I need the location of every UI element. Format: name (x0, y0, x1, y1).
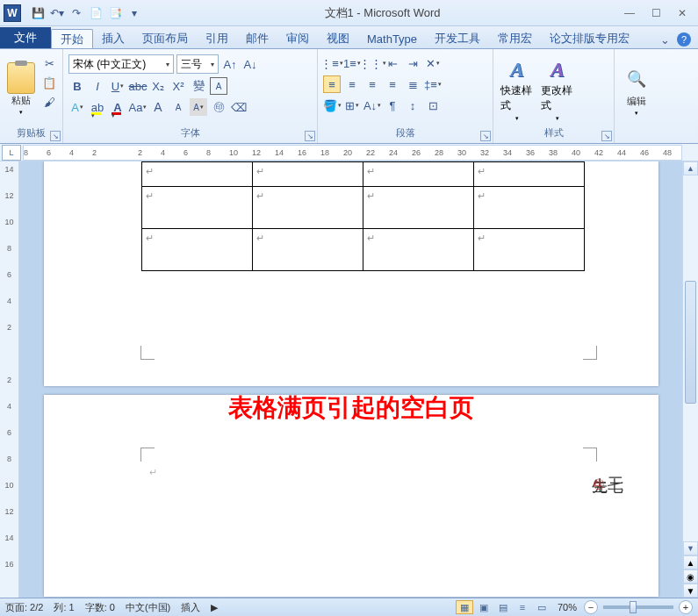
line-spacing-icon[interactable]: ‡≡ (424, 75, 442, 93)
enclose-char-icon[interactable]: ㊞ (210, 98, 227, 116)
underline-button[interactable]: U (109, 77, 126, 95)
font-size-select[interactable]: 三号▾ (176, 54, 219, 74)
file-tab[interactable]: 文件 (0, 27, 51, 48)
qat-extra-icon[interactable]: 📄 (88, 5, 104, 21)
shrink-font-icon[interactable]: A↓ (241, 55, 259, 73)
undo-icon[interactable]: ↶▾ (49, 5, 65, 21)
minimize-ribbon-icon[interactable]: ⌄ (656, 31, 673, 48)
shrink-font2-icon[interactable]: A (169, 98, 187, 116)
status-words[interactable]: 字数: 0 (85, 601, 115, 614)
cut-icon[interactable]: ✂ (40, 54, 58, 72)
strikethrough-button[interactable]: abc (129, 77, 147, 95)
prev-page-icon[interactable]: ▲ (683, 555, 698, 569)
sort-icon[interactable]: A↓ (363, 97, 381, 114)
superscript-button[interactable]: X² (169, 77, 187, 95)
format-painter-icon[interactable]: 🖌 (40, 93, 58, 111)
tab-mailings[interactable]: 邮件 (237, 29, 277, 48)
change-case-icon[interactable]: Aa (129, 98, 147, 116)
table-row[interactable]: ↵↵↵↵ (141, 187, 584, 229)
bullets-icon[interactable]: ⋮≡ (323, 54, 341, 72)
subscript-button[interactable]: X₂ (149, 77, 167, 95)
view-print-layout-icon[interactable]: ▦ (456, 600, 473, 614)
status-language[interactable]: 中文(中国) (126, 601, 170, 614)
zoom-slider[interactable] (603, 605, 673, 609)
multilevel-list-icon[interactable]: ⋮⋮ (363, 54, 381, 72)
qat-extra2-icon[interactable]: 📑 (107, 5, 123, 21)
zoom-out-button[interactable]: − (584, 600, 598, 614)
minimize-button[interactable]: — (617, 4, 642, 22)
text-effects-icon[interactable]: A (68, 98, 86, 116)
paragraph-launcher[interactable]: ↘ (480, 131, 491, 141)
ruler-corner[interactable]: L (2, 145, 21, 161)
tab-developer[interactable]: 开发工具 (426, 29, 489, 48)
char-shading-icon[interactable]: A (190, 98, 207, 116)
highlight-color-icon[interactable]: ab (89, 98, 106, 116)
asian-layout-icon[interactable]: ✕ (424, 54, 442, 72)
editing-button[interactable]: 🔍 编辑 ▾ (620, 54, 653, 127)
quick-styles-button[interactable]: A 快速样式 ▾ (499, 54, 536, 125)
table-row[interactable]: ↵↵↵↵ (141, 229, 584, 271)
distributed-icon[interactable]: ≣ (404, 75, 421, 93)
status-insert-mode[interactable]: 插入 (181, 601, 200, 614)
horizontal-ruler[interactable]: 8642246810121416182022242628303234363840… (23, 145, 682, 161)
view-web-icon[interactable]: ▤ (494, 600, 512, 614)
tab-home[interactable]: 开始 (51, 29, 93, 48)
show-marks-icon[interactable]: ¶ (384, 97, 401, 114)
shading-icon[interactable]: 🪣 (323, 97, 341, 114)
font-color-icon[interactable]: A (109, 98, 126, 116)
status-macro-icon[interactable]: ▶ (211, 602, 218, 613)
borders-icon[interactable]: ⊞ (343, 97, 361, 114)
document-table[interactable]: ↵↵↵↵ ↵↵↵↵ ↵↵↵↵ (141, 161, 585, 271)
font-name-select[interactable]: 宋体 (中文正文)▾ (68, 54, 174, 74)
align-center-icon[interactable]: ≡ (343, 75, 361, 93)
grow-font-icon[interactable]: A↑ (221, 55, 239, 73)
styles-launcher[interactable]: ↘ (601, 131, 612, 141)
zoom-in-button[interactable]: + (679, 600, 693, 614)
browse-object-icon[interactable]: ◉ (683, 569, 698, 584)
decrease-indent-icon[interactable]: ⇤ (384, 54, 401, 72)
tab-review[interactable]: 审阅 (277, 29, 318, 48)
redo-icon[interactable]: ↷ (68, 5, 84, 21)
tab-macros[interactable]: 常用宏 (489, 29, 541, 48)
grow-font2-icon[interactable]: A (149, 98, 167, 116)
change-styles-button[interactable]: A 更改样式 ▾ (539, 54, 576, 125)
next-page-icon[interactable]: ▼ (683, 584, 698, 598)
qat-more-icon[interactable]: ▾ (126, 5, 142, 21)
status-page[interactable]: 页面: 2/2 (5, 601, 43, 614)
scroll-down-icon[interactable]: ▼ (683, 541, 698, 555)
character-border-icon[interactable]: A (210, 77, 227, 95)
text-direction-icon[interactable]: ↕ (404, 97, 421, 114)
scroll-thumb[interactable] (685, 281, 696, 404)
view-outline-icon[interactable]: ≡ (514, 600, 531, 614)
justify-icon[interactable]: ≡ (384, 75, 401, 93)
vertical-ruler[interactable]: 1412108642246810121416 (0, 161, 19, 598)
close-button[interactable]: ✕ (670, 4, 694, 22)
tab-references[interactable]: 引用 (197, 29, 237, 48)
font-launcher[interactable]: ↘ (305, 131, 315, 141)
zoom-handle[interactable] (630, 601, 637, 613)
tab-insert[interactable]: 插入 (93, 29, 133, 48)
maximize-button[interactable]: ☐ (644, 4, 668, 22)
align-left-icon[interactable]: ≡ (323, 75, 341, 93)
tab-layout[interactable]: 页面布局 (133, 29, 197, 48)
increase-indent-icon[interactable]: ⇥ (404, 54, 421, 72)
copy-icon[interactable]: 📋 (40, 74, 58, 91)
vertical-scrollbar[interactable]: ▲ ▼ ▲ ◉ ▼ (682, 161, 698, 598)
align-right-icon[interactable]: ≡ (363, 75, 381, 93)
view-fullscreen-icon[interactable]: ▣ (475, 600, 493, 614)
scroll-track[interactable] (683, 175, 698, 541)
clipboard-launcher[interactable]: ↘ (50, 131, 61, 141)
view-draft-icon[interactable]: ▭ (533, 600, 550, 614)
save-icon[interactable]: 💾 (30, 5, 46, 21)
para-extra-icon[interactable]: ⊡ (424, 97, 442, 114)
clear-formatting-icon[interactable]: ⌫ (230, 98, 248, 116)
tab-thesis-macros[interactable]: 论文排版专用宏 (541, 29, 638, 48)
paste-button[interactable]: 粘贴 ▾ (5, 54, 37, 125)
tab-view[interactable]: 视图 (318, 29, 358, 48)
phonetic-guide-icon[interactable]: 變 (190, 77, 207, 95)
table-row[interactable]: ↵↵↵↵ (141, 162, 584, 187)
zoom-percent[interactable]: 70% (552, 602, 582, 612)
italic-button[interactable]: I (89, 77, 106, 95)
scroll-up-icon[interactable]: ▲ (683, 161, 698, 175)
bold-button[interactable]: B (68, 77, 86, 95)
